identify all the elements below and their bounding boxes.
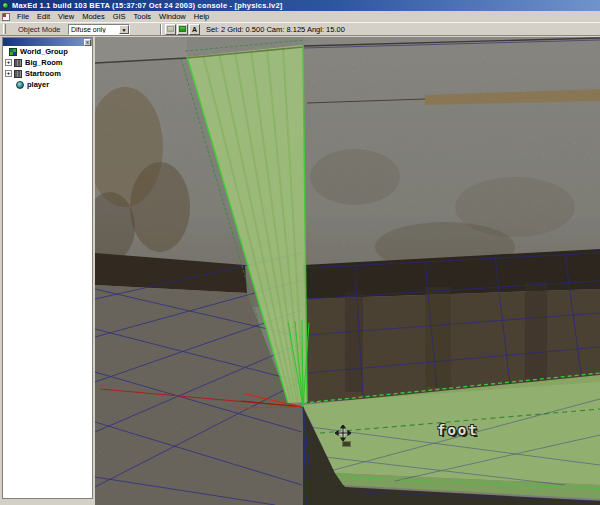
menu-view[interactable]: View [54, 12, 78, 21]
toolbar-button-2[interactable] [177, 24, 188, 35]
toolbar-button-1[interactable] [165, 24, 176, 35]
tree-item-world-group[interactable]: World_Group [3, 46, 92, 57]
menu-gis[interactable]: GIS [109, 12, 130, 21]
render-mode-dropdown[interactable]: Difuse only ▼ [68, 24, 130, 35]
tree-item-label: player [27, 80, 49, 89]
tree-item-startroom[interactable]: + Startroom [3, 68, 92, 79]
menu-tools[interactable]: Tools [130, 12, 156, 21]
letter-a-icon: A [192, 26, 197, 33]
hierarchy-panel: x World_Group + Big_Room + Startroom pla… [2, 37, 93, 499]
move-cursor-icon [335, 425, 351, 441]
object-name-label: foot [437, 422, 479, 438]
menu-bar: File Edit View Modes GIS Tools Window He… [0, 11, 600, 22]
expand-plus-icon[interactable]: + [5, 59, 12, 66]
toolbar-grip[interactable] [3, 24, 6, 34]
menu-file[interactable]: File [13, 12, 33, 21]
menu-window[interactable]: Window [155, 12, 190, 21]
tree-item-player[interactable]: player [3, 79, 92, 90]
window-title: MaxEd 1.1 build 103 BETA (15:37:07 Oct 2… [12, 1, 283, 10]
app-icon[interactable] [2, 2, 9, 9]
status-readout: Sel: 2 Grid: 0.500 Cam: 8.125 Angl: 15.0… [206, 25, 345, 34]
title-bar[interactable]: MaxEd 1.1 build 103 BETA (15:37:07 Oct 2… [0, 0, 600, 11]
object-mode-label: Object Mode [18, 25, 68, 34]
room-icon [14, 70, 22, 78]
toolbar-button-text[interactable]: A [189, 24, 200, 35]
mesh-green-icon [179, 26, 186, 32]
mesh-gray-icon [167, 26, 174, 32]
toolbar: Object Mode Difuse only ▼ A Sel: 2 Grid:… [0, 22, 600, 36]
world-group-cube-icon [9, 48, 17, 56]
close-icon[interactable]: x [84, 39, 91, 46]
tree-item-big-room[interactable]: + Big_Room [3, 57, 92, 68]
room-icon [14, 59, 22, 67]
menu-edit[interactable]: Edit [33, 12, 54, 21]
document-icon[interactable] [2, 13, 10, 21]
maxed-window: MaxEd 1.1 build 103 BETA (15:37:07 Oct 2… [0, 0, 600, 505]
player-sphere-icon [16, 81, 24, 89]
viewport-3d[interactable]: foot [95, 37, 600, 505]
toolbar-separator [160, 24, 162, 35]
cursor-flag [342, 441, 351, 447]
menu-modes[interactable]: Modes [78, 12, 109, 21]
render-mode-value: Difuse only [69, 26, 119, 33]
tree-item-label: World_Group [20, 47, 68, 56]
tree-item-label: Startroom [25, 69, 61, 78]
expand-plus-icon[interactable]: + [5, 70, 12, 77]
chevron-down-icon[interactable]: ▼ [119, 25, 129, 34]
menu-help[interactable]: Help [190, 12, 213, 21]
hierarchy-panel-header[interactable]: x [3, 38, 92, 46]
tree-item-label: Big_Room [25, 58, 63, 67]
